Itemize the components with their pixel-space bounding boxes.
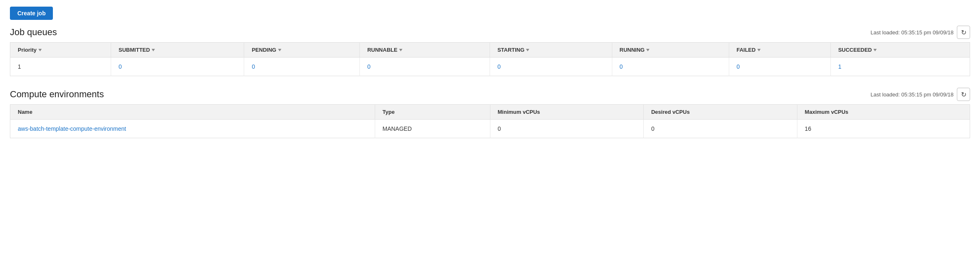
job-queues-last-loaded: Last loaded: 05:35:15 pm 09/09/18 ↻ — [871, 26, 970, 39]
link-failed[interactable]: 0 — [737, 63, 740, 70]
create-job-button[interactable]: Create job — [10, 7, 53, 20]
col-running-sort[interactable]: RUNNING — [620, 47, 650, 53]
succeeded-sort-arrow — [873, 49, 877, 51]
link-starting[interactable]: 0 — [497, 63, 501, 70]
job-queues-table: Priority SUBMITTED PENDING RUNNABLE — [10, 42, 970, 76]
link-runnable[interactable]: 0 — [367, 63, 371, 70]
compute-env-last-loaded-text: Last loaded: 05:35:15 pm 09/09/18 — [871, 91, 954, 98]
col-runnable-sort[interactable]: RUNNABLE — [367, 47, 402, 53]
compute-env-refresh-button[interactable]: ↻ — [957, 88, 970, 101]
cell-submitted: 0 — [111, 58, 244, 76]
col-running: RUNNING — [612, 43, 729, 58]
failed-sort-arrow — [757, 49, 761, 51]
col-type: Type — [375, 105, 490, 120]
col-priority-sort[interactable]: Priority — [18, 47, 42, 53]
job-queues-header-row: Priority SUBMITTED PENDING RUNNABLE — [10, 43, 970, 58]
col-failed-sort[interactable]: FAILED — [737, 47, 761, 53]
col-starting: STARTING — [490, 43, 612, 58]
cell-starting: 0 — [490, 58, 612, 76]
job-queues-title: Job queues — [10, 27, 57, 38]
compute-env-name-link[interactable]: aws-batch-template-compute-environment — [18, 125, 126, 132]
job-queues-last-loaded-text: Last loaded: 05:35:15 pm 09/09/18 — [871, 29, 954, 36]
col-min-vcpus: Minimum vCPUs — [490, 105, 644, 120]
compute-env-section-header: Compute environments Last loaded: 05:35:… — [10, 88, 970, 101]
link-pending[interactable]: 0 — [252, 63, 255, 70]
col-submitted: SUBMITTED — [111, 43, 244, 58]
compute-env-title: Compute environments — [10, 89, 104, 100]
cell-succeeded: 1 — [830, 58, 970, 76]
cell-maxVcpus: 16 — [797, 120, 970, 138]
pending-sort-arrow — [278, 49, 281, 51]
col-pending: PENDING — [244, 43, 360, 58]
table-row: aws-batch-template-compute-environmentMA… — [10, 120, 970, 138]
job-queues-refresh-button[interactable]: ↻ — [957, 26, 970, 39]
compute-env-header-row: Name Type Minimum vCPUs Desired vCPUs Ma… — [10, 105, 970, 120]
starting-sort-arrow — [526, 49, 529, 51]
col-failed: FAILED — [729, 43, 830, 58]
job-queues-section-header: Job queues Last loaded: 05:35:15 pm 09/0… — [10, 26, 970, 39]
cell-runnable: 0 — [359, 58, 490, 76]
cell-type: MANAGED — [375, 120, 490, 138]
col-succeeded-sort[interactable]: SUCCEEDED — [838, 47, 877, 53]
priority-sort-arrow — [38, 49, 42, 51]
col-max-vcpus: Maximum vCPUs — [797, 105, 970, 120]
cell-pending: 0 — [244, 58, 360, 76]
cell-name: aws-batch-template-compute-environment — [10, 120, 375, 138]
submitted-sort-arrow — [152, 49, 155, 51]
col-submitted-sort[interactable]: SUBMITTED — [119, 47, 155, 53]
col-starting-sort[interactable]: STARTING — [497, 47, 529, 53]
col-priority: Priority — [10, 43, 111, 58]
cell-running: 0 — [612, 58, 729, 76]
col-name: Name — [10, 105, 375, 120]
col-runnable: RUNNABLE — [359, 43, 490, 58]
link-submitted[interactable]: 0 — [119, 63, 122, 70]
compute-env-table: Name Type Minimum vCPUs Desired vCPUs Ma… — [10, 104, 970, 138]
col-succeeded: SUCCEEDED — [830, 43, 970, 58]
compute-env-last-loaded: Last loaded: 05:35:15 pm 09/09/18 ↻ — [871, 88, 970, 101]
runnable-sort-arrow — [399, 49, 402, 51]
link-succeeded[interactable]: 1 — [838, 63, 842, 70]
cell-priority: 1 — [10, 58, 111, 76]
link-running[interactable]: 0 — [620, 63, 623, 70]
table-row: 10000001 — [10, 58, 970, 76]
cell-desiredVcpus: 0 — [644, 120, 797, 138]
col-desired-vcpus: Desired vCPUs — [644, 105, 797, 120]
col-pending-sort[interactable]: PENDING — [252, 47, 281, 53]
running-sort-arrow — [646, 49, 649, 51]
cell-minVcpus: 0 — [490, 120, 644, 138]
cell-failed: 0 — [729, 58, 830, 76]
